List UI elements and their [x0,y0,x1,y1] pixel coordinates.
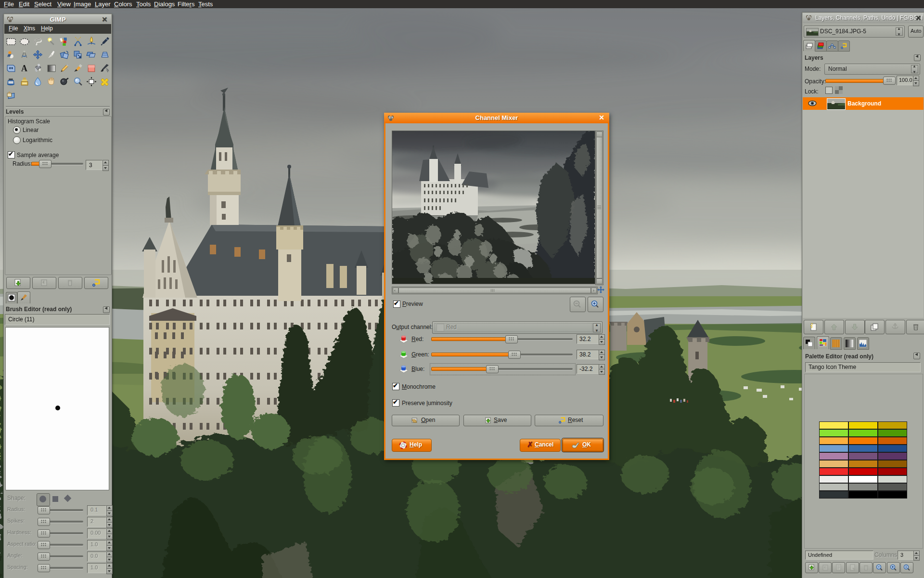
svg-text:A: A [21,64,27,73]
